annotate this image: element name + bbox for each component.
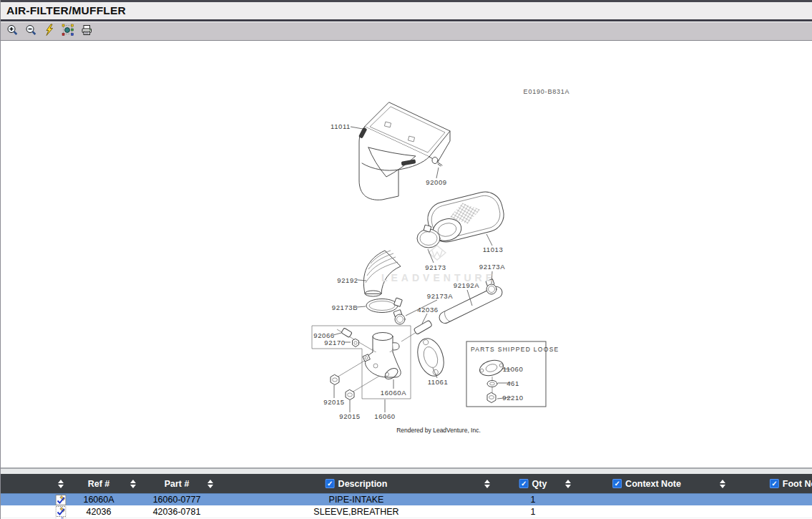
part-label[interactable]: 92015 bbox=[339, 412, 360, 420]
table-row[interactable]: 16060A16060-0777PIPE-INTAKE1 bbox=[1, 493, 812, 505]
diagram-area: E0190-B831ALEADVENTURERendered by LeadVe… bbox=[1, 41, 812, 468]
column-label: Qty bbox=[532, 479, 547, 489]
part-label[interactable]: 92015 bbox=[323, 398, 344, 406]
print-icon bbox=[80, 24, 93, 39]
row-action-button[interactable] bbox=[56, 505, 67, 518]
cell-qty: 1 bbox=[531, 505, 536, 518]
sort-arrows-icon bbox=[207, 480, 213, 488]
image-map-icon bbox=[62, 24, 74, 39]
part-label[interactable]: 16060 bbox=[374, 412, 395, 420]
cell-description: SLEEVE,BREATHER bbox=[313, 505, 398, 518]
description-column-checkbox[interactable] bbox=[326, 479, 335, 488]
row-action-button bbox=[56, 518, 67, 518]
column-label: Foot Note bbox=[783, 479, 812, 489]
print-button[interactable] bbox=[79, 24, 94, 39]
qty-column-checkbox[interactable] bbox=[519, 479, 529, 488]
cell-part: 42036-0781 bbox=[153, 505, 201, 518]
part-label[interactable]: 11013 bbox=[483, 246, 504, 253]
part-label[interactable]: 92192 bbox=[337, 276, 358, 284]
part-label[interactable]: 11061 bbox=[428, 378, 449, 386]
sort-button[interactable] bbox=[565, 474, 571, 493]
column-header-description[interactable]: Description bbox=[326, 474, 388, 493]
part-label[interactable]: 42036 bbox=[417, 306, 438, 314]
part-label[interactable]: 16060A bbox=[381, 389, 406, 397]
part-label[interactable]: 11060 bbox=[503, 365, 524, 373]
cell-description: PIPE-INTAKE bbox=[329, 494, 384, 505]
parts-diagram: E0190-B831ALEADVENTURERendered by LeadVe… bbox=[1, 41, 812, 468]
context_note-column-checkbox[interactable] bbox=[612, 479, 622, 488]
part-label[interactable]: 92173A bbox=[479, 263, 505, 271]
part-gasket-11061 bbox=[413, 335, 448, 379]
sort-arrows-icon bbox=[58, 480, 64, 488]
sort-button[interactable] bbox=[207, 474, 213, 493]
part-intake-pipe-16060 bbox=[363, 333, 401, 382]
zoom-in-icon bbox=[6, 24, 19, 39]
column-header-foot_note[interactable]: Foot Note bbox=[770, 474, 812, 493]
column-header-ref[interactable]: Ref # bbox=[88, 474, 110, 493]
toolbar bbox=[1, 21, 812, 41]
part-label[interactable]: 92192A bbox=[454, 281, 479, 289]
sort-button[interactable] bbox=[720, 474, 725, 493]
table-row-partial[interactable] bbox=[1, 518, 812, 518]
column-header-context_note[interactable]: Context Note bbox=[612, 474, 681, 493]
part-label[interactable]: 11011 bbox=[331, 122, 351, 130]
lightning-icon bbox=[43, 24, 56, 39]
image-map-button[interactable] bbox=[60, 24, 76, 39]
sort-arrows-icon bbox=[484, 480, 490, 488]
column-label: Part # bbox=[165, 479, 190, 489]
sort-button[interactable] bbox=[130, 474, 136, 493]
credit-line: Rendered by LeadVenture, Inc. bbox=[396, 427, 481, 434]
column-label: Context Note bbox=[625, 479, 681, 489]
column-header-part[interactable]: Part # bbox=[165, 474, 190, 493]
grid-header: Ref #Part #DescriptionQtyContext NoteFoo… bbox=[1, 474, 812, 493]
parts-box-title: PARTS SHIPPED LOOSE bbox=[471, 346, 559, 353]
column-label: Ref # bbox=[88, 479, 110, 489]
part-label[interactable]: 92173 bbox=[425, 263, 446, 271]
cell-ref: 42036 bbox=[87, 505, 112, 518]
part-clamp-92173A-mid bbox=[393, 310, 405, 324]
grid-body: 16060A16060-0777PIPE-INTAKE14203642036-0… bbox=[1, 493, 812, 518]
sort-arrows-icon bbox=[130, 480, 136, 488]
titlebar: AIR-FILTER/MUFFLER bbox=[1, 2, 812, 19]
sort-button[interactable] bbox=[484, 474, 490, 493]
part-label[interactable]: 92173A bbox=[427, 292, 453, 300]
zoom-out-icon bbox=[24, 24, 37, 39]
cell-ref: 16060A bbox=[83, 494, 114, 505]
table-row[interactable]: 4203642036-0781SLEEVE,BREATHER1 bbox=[1, 505, 812, 518]
sort-button[interactable] bbox=[58, 474, 64, 493]
cell-part: 16060-0777 bbox=[153, 494, 201, 505]
sort-arrows-icon bbox=[565, 480, 571, 488]
grid-gap bbox=[1, 468, 812, 474]
zoom-out-button[interactable] bbox=[23, 24, 39, 39]
part-label[interactable]: 92009 bbox=[426, 178, 446, 186]
sort-arrows-icon bbox=[720, 480, 725, 488]
column-header-qty[interactable]: Qty bbox=[519, 474, 547, 493]
column-label: Description bbox=[338, 479, 388, 489]
lightning-button[interactable] bbox=[41, 24, 57, 39]
page-title: AIR-FILTER/MUFFLER bbox=[6, 4, 126, 17]
zoom-in-button[interactable] bbox=[4, 24, 20, 39]
part-screw-92009 bbox=[432, 157, 442, 167]
part-label[interactable]: 92210 bbox=[502, 394, 523, 402]
parts-catalog-window: AIR-FILTER/MUFFLER bbox=[0, 0, 812, 519]
part-label[interactable]: 92173B bbox=[332, 304, 358, 311]
part-label[interactable]: 92170 bbox=[324, 339, 345, 346]
cell-qty: 1 bbox=[531, 494, 536, 505]
part-clamp-92173B bbox=[366, 298, 402, 313]
row-action-button[interactable] bbox=[56, 494, 67, 505]
part-label[interactable]: 461 bbox=[507, 379, 519, 387]
drawing-code: E0190-B831A bbox=[524, 88, 570, 95]
foot_note-column-checkbox[interactable] bbox=[770, 479, 779, 488]
